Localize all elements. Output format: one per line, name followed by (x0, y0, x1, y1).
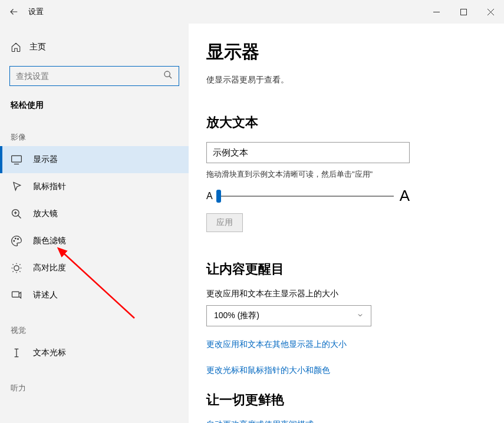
sample-text-box: 示例文本 (206, 142, 410, 163)
content: 显示器 使显示器更易于查看。 放大文本 示例文本 拖动滑块直到示例文本清晰可读，… (189, 24, 504, 423)
text-cursor-icon (11, 347, 22, 359)
svg-point-15 (14, 266, 19, 270)
page-title: 显示器 (206, 40, 486, 64)
text-size-slider-row: A A (206, 187, 410, 205)
sidebar-item-label: 显示器 (33, 154, 58, 165)
sidebar-item-textcursor[interactable]: 文本光标 (0, 339, 189, 366)
back-button[interactable] (0, 6, 28, 17)
sidebar-item-colorfilters[interactable]: 颜色滤镜 (0, 227, 189, 255)
group-label-hearing: 听力 (0, 366, 189, 397)
chevron-down-icon (357, 311, 364, 320)
scale-label: 更改应用和文本在主显示器上的大小 (206, 289, 486, 299)
link-other-displays[interactable]: 更改应用和文本在其他显示器上的大小 (206, 339, 486, 350)
svg-point-4 (164, 71, 170, 77)
svg-line-5 (169, 76, 172, 78)
sidebar-home-label: 主页 (29, 42, 46, 52)
scale-dropdown[interactable]: 100% (推荐) (206, 305, 371, 326)
sidebar-item-label: 高对比度 (33, 263, 66, 273)
svg-point-14 (18, 239, 19, 240)
sidebar-item-magnifier[interactable]: 放大镜 (0, 200, 189, 227)
link-cursor-size[interactable]: 更改光标和鼠标指针的大小和颜色 (206, 365, 486, 376)
small-a-label: A (206, 191, 213, 201)
svg-line-9 (18, 216, 21, 219)
sidebar-item-label: 放大镜 (33, 209, 58, 219)
app-title: 设置 (28, 6, 44, 17)
search-icon (163, 70, 173, 82)
magnifier-icon (11, 208, 22, 220)
sidebar-item-label: 颜色滤镜 (33, 236, 66, 246)
apply-button[interactable]: 应用 (206, 213, 243, 232)
svg-rect-1 (460, 9, 466, 15)
close-button[interactable] (477, 0, 504, 24)
sidebar: 主页 轻松使用 影像 显示器 鼠标指针 放大镜 颜色滤镜 (0, 24, 189, 423)
palette-icon (11, 235, 22, 247)
maximize-button[interactable] (450, 0, 477, 24)
link-night-mode[interactable]: 自动更改亮度或使用夜间模式 (206, 419, 486, 423)
titlebar: 设置 (0, 0, 504, 24)
section-stand-out: 让内容更醒目 (206, 260, 486, 278)
search-input-wrap[interactable] (9, 66, 179, 86)
group-label-vision: 影像 (0, 115, 189, 146)
svg-point-13 (15, 238, 17, 239)
slider-thumb[interactable] (216, 190, 221, 203)
contrast-icon (11, 262, 22, 274)
svg-line-23 (13, 271, 14, 272)
sidebar-home[interactable]: 主页 (0, 35, 189, 59)
sidebar-item-pointer[interactable]: 鼠标指针 (0, 173, 189, 200)
svg-rect-6 (12, 156, 22, 162)
sidebar-category: 轻松使用 (0, 91, 189, 115)
home-icon (11, 42, 21, 52)
sidebar-item-highcontrast[interactable]: 高对比度 (0, 255, 189, 282)
sidebar-item-label: 文本光标 (33, 348, 66, 358)
svg-line-22 (19, 265, 20, 265)
minimize-button[interactable] (423, 0, 450, 24)
section-vivid: 让一切更鲜艳 (206, 391, 486, 409)
search-input[interactable] (16, 71, 163, 81)
page-subtitle: 使显示器更易于查看。 (206, 75, 486, 85)
svg-rect-24 (12, 292, 19, 297)
scale-value: 100% (推荐) (214, 310, 259, 321)
sidebar-item-narrator[interactable]: 讲述人 (0, 282, 189, 309)
display-icon (11, 154, 22, 166)
sidebar-item-display[interactable]: 显示器 (0, 146, 189, 173)
group-label-visual: 视觉 (0, 309, 189, 339)
svg-line-21 (19, 271, 20, 272)
section-bigger-text: 放大文本 (206, 114, 486, 131)
big-a-label: A (400, 187, 410, 205)
pointer-icon (11, 181, 22, 193)
narrator-icon (11, 289, 22, 301)
slider-hint: 拖动滑块直到示例文本清晰可读，然后单击"应用" (206, 169, 486, 180)
text-size-slider[interactable] (219, 196, 394, 197)
svg-line-20 (13, 265, 14, 265)
sidebar-item-label: 鼠标指针 (33, 181, 66, 192)
svg-point-12 (14, 240, 15, 242)
sidebar-item-label: 讲述人 (33, 290, 58, 300)
